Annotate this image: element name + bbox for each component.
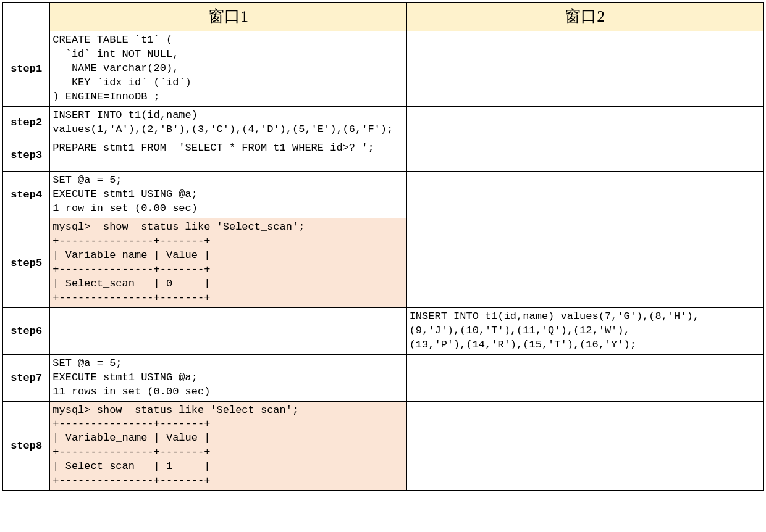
window2-cell [406,218,763,308]
step-label: step2 [3,106,50,139]
window2-cell [406,401,763,491]
step-label: step7 [3,354,50,401]
window1-cell: CREATE TABLE `t1` ( `id` int NOT NULL, N… [50,31,406,107]
table-row: step3PREPARE stmt1 FROM 'SELECT * FROM t… [3,139,764,172]
window1-cell: PREPARE stmt1 FROM 'SELECT * FROM t1 WHE… [50,139,406,172]
step-label: step4 [3,172,50,218]
steps-table: 窗口1 窗口2 step1CREATE TABLE `t1` ( `id` in… [2,2,764,491]
table-row: step7SET @a = 5; EXECUTE stmt1 USING @a;… [3,354,764,401]
window2-cell [406,106,763,139]
table-row: step6INSERT INTO t1(id,name) values(7,'G… [3,307,764,354]
table-row: step5mysql> show status like 'Select_sca… [3,218,764,308]
window2-cell [406,31,763,107]
table-row: step1CREATE TABLE `t1` ( `id` int NOT NU… [3,31,764,107]
step-label: step6 [3,307,50,354]
table-row: step4SET @a = 5; EXECUTE stmt1 USING @a;… [3,172,764,218]
header-window1: 窗口1 [50,3,406,31]
window1-cell: SET @a = 5; EXECUTE stmt1 USING @a; 1 ro… [50,172,406,218]
step-label: step1 [3,31,50,107]
window1-cell: mysql> show status like 'Select_scan'; +… [50,218,406,308]
step-label: step8 [3,401,50,491]
table-row: step2INSERT INTO t1(id,name) values(1,'A… [3,106,764,139]
window1-cell: SET @a = 5; EXECUTE stmt1 USING @a; 11 r… [50,354,406,401]
window2-cell [406,354,763,401]
window2-cell [406,172,763,218]
step-label: step3 [3,139,50,172]
window2-cell: INSERT INTO t1(id,name) values(7,'G'),(8… [406,307,763,354]
step-label: step5 [3,218,50,308]
header-blank [3,3,50,31]
header-window2: 窗口2 [406,3,763,31]
table-header-row: 窗口1 窗口2 [3,3,764,31]
window1-cell: INSERT INTO t1(id,name) values(1,'A'),(2… [50,106,406,139]
window1-cell [50,307,406,354]
window1-cell: mysql> show status like 'Select_scan'; +… [50,401,406,491]
table-row: step8mysql> show status like 'Select_sca… [3,401,764,491]
window2-cell [406,139,763,172]
